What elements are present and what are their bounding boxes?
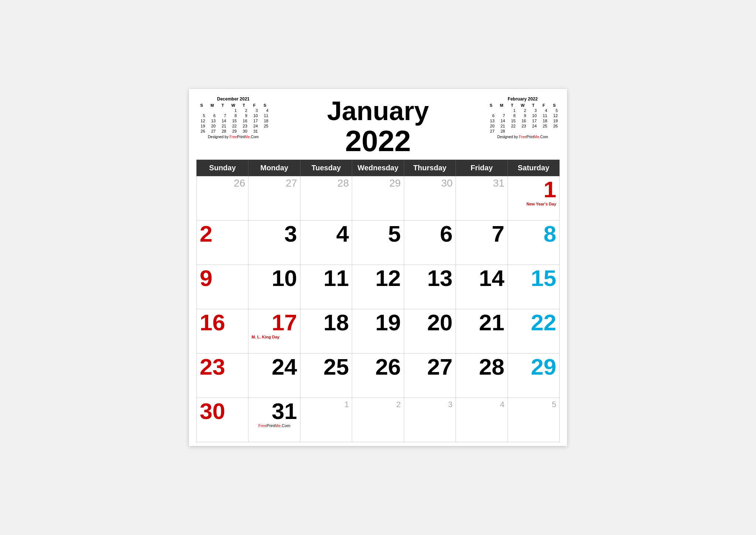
mini-col-header: W — [518, 103, 528, 108]
mini-day-cell: 4 — [539, 108, 549, 113]
mini-day-cell: 20 — [486, 123, 496, 129]
calendar-col-header: Friday — [456, 160, 508, 176]
calendar-day-cell: 15 — [508, 265, 559, 309]
prev-branding: Designed by FreePrintMe.Com — [196, 135, 270, 139]
calendar-day-cell: 12 — [352, 265, 404, 309]
day-number: 28 — [459, 355, 504, 378]
day-number: 13 — [407, 267, 453, 290]
calendar-col-header: Saturday — [508, 160, 559, 176]
mini-col-header: S — [486, 103, 496, 108]
day-number: 25 — [303, 355, 349, 378]
calendar-day-cell: 28 — [300, 176, 352, 221]
calendar-day-cell: 4 — [456, 398, 508, 442]
mini-day-cell: 25 — [260, 123, 270, 129]
mini-col-header: S — [549, 103, 560, 108]
mini-day-cell: 11 — [260, 113, 270, 118]
day-number: 27 — [407, 355, 453, 378]
calendar-day-cell: 28 — [456, 354, 508, 398]
holiday-label: M. L. King Day — [251, 335, 297, 339]
calendar-day-cell: 31FreePrintMe.Com — [248, 398, 300, 442]
calendar-day-cell: 5 — [508, 398, 559, 442]
mini-day-cell: 26 — [196, 129, 207, 134]
mini-day-cell: 20 — [207, 123, 218, 129]
day-number: 31 — [251, 400, 297, 423]
mini-day-cell: 8 — [507, 113, 518, 118]
calendar-day-cell: 26 — [352, 354, 404, 398]
mini-day-cell: 12 — [549, 113, 560, 118]
mini-col-header: T — [528, 103, 539, 108]
mini-day-cell: 1 — [507, 108, 518, 113]
mini-col-header: F — [249, 103, 260, 108]
mini-day-cell: 9 — [518, 113, 528, 118]
day-number: 18 — [303, 311, 349, 334]
mini-day-cell — [207, 108, 218, 113]
main-title: January 2022 — [270, 96, 486, 157]
mini-day-cell: 25 — [539, 123, 549, 129]
day-number: 22 — [511, 311, 556, 334]
day-number: 3 — [251, 222, 297, 245]
calendar-day-cell: 17M. L. King Day — [248, 309, 300, 354]
mini-day-cell: 19 — [196, 123, 207, 129]
brand-me: Me — [245, 135, 250, 139]
brand-print: Print — [237, 135, 245, 139]
mini-day-cell: 12 — [196, 118, 207, 123]
calendar-day-cell: 30 — [197, 398, 248, 442]
next-cal-title: February 2022 — [486, 96, 560, 102]
mini-day-cell: 10 — [528, 113, 539, 118]
calendar-day-cell: 8 — [508, 221, 559, 265]
mini-day-cell: 22 — [228, 123, 239, 129]
top-section: December 2021 SMTWTFS 123456789101112131… — [196, 96, 560, 157]
mini-day-cell: 10 — [249, 113, 260, 118]
mini-col-header: T — [217, 103, 228, 108]
mini-day-cell: 24 — [528, 123, 539, 129]
mini-day-cell: 24 — [249, 123, 260, 129]
calendar-day-cell: 20 — [404, 309, 456, 354]
mini-day-cell: 7 — [496, 113, 507, 118]
mini-day-cell: 15 — [507, 118, 518, 123]
day-number: 27 — [251, 178, 297, 188]
mini-day-cell: 11 — [539, 113, 549, 118]
mini-day-cell: 2 — [238, 108, 249, 113]
day-number: 9 — [200, 267, 245, 290]
mini-day-cell: 22 — [507, 123, 518, 129]
day-number: 3 — [407, 400, 453, 409]
day-number: 4 — [459, 400, 504, 409]
mini-col-header: S — [196, 103, 207, 108]
mini-day-cell: 16 — [238, 118, 249, 123]
year: 2022 — [270, 126, 486, 157]
calendar-day-cell: 22 — [508, 309, 559, 354]
mini-day-cell — [528, 129, 539, 134]
mini-day-cell: 23 — [518, 123, 528, 129]
mini-day-cell: 2 — [518, 108, 528, 113]
day-number: 29 — [511, 355, 556, 378]
calendar-day-cell: 13 — [404, 265, 456, 309]
mini-day-cell: 7 — [217, 113, 228, 118]
day-number: 28 — [303, 178, 349, 188]
mini-day-cell — [496, 108, 507, 113]
day-number: 5 — [511, 400, 556, 409]
next-mini-calendar: February 2022 SMTWTFS 123456789101112131… — [486, 96, 560, 139]
mini-day-cell: 8 — [228, 113, 239, 118]
calendar-day-cell: 18 — [300, 309, 352, 354]
day-number: 15 — [511, 267, 556, 290]
mini-col-header: T — [238, 103, 249, 108]
mini-day-cell: 18 — [539, 118, 549, 123]
mini-day-cell: 3 — [249, 108, 260, 113]
calendar-day-cell: 1New Year's Day — [508, 176, 559, 221]
calendar-day-cell: 6 — [404, 221, 456, 265]
mini-day-cell: 17 — [249, 118, 260, 123]
mini-day-cell: 28 — [496, 129, 507, 134]
mini-day-cell: 13 — [486, 118, 496, 123]
mini-day-cell — [539, 129, 549, 134]
calendar-day-cell: 14 — [456, 265, 508, 309]
calendar-col-header: Tuesday — [300, 160, 352, 176]
calendar-day-cell: 27 — [404, 354, 456, 398]
mini-day-cell — [486, 108, 496, 113]
mini-day-cell: 14 — [217, 118, 228, 123]
day-number: 14 — [459, 267, 504, 290]
calendar-day-cell: 23 — [197, 354, 248, 398]
day-number: 29 — [355, 178, 401, 188]
brand-free: Free — [230, 135, 237, 139]
day-number: 26 — [200, 178, 245, 188]
day-number: 20 — [407, 311, 453, 334]
